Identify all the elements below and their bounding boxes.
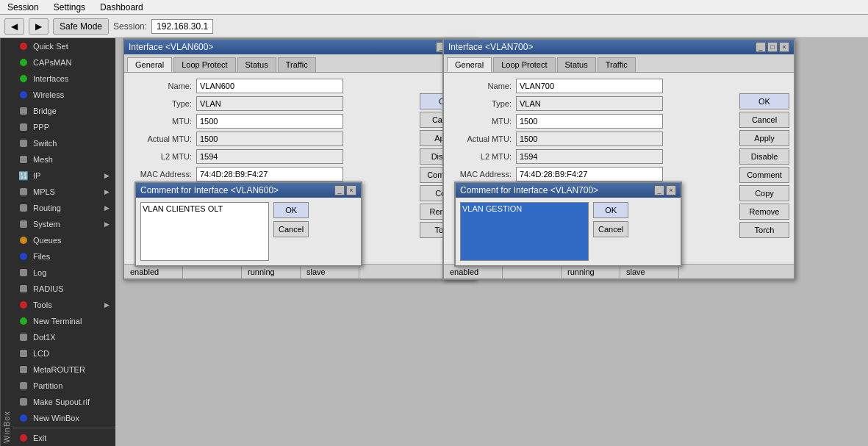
toolbar: ◀ ▶ Safe Mode Session: 192.168.30.1 [0, 15, 868, 38]
session-value: 192.168.30.1 [151, 19, 213, 34]
vlan600-type-row: Type: [130, 96, 415, 111]
sidebar-item-capsman[interactable]: CAPsMAN [12, 54, 115, 71]
sidebar-item-queues[interactable]: Queues [12, 232, 115, 248]
sidebar-item-log[interactable]: Log [12, 265, 115, 281]
sidebar-item-wireless[interactable]: Wireless [12, 87, 115, 103]
sidebar-item-mesh[interactable]: Mesh [12, 151, 115, 168]
vlan600-tab-bar: General Loop Protect Status Traffic [124, 54, 474, 73]
menu-dashboard[interactable]: Dashboard [96, 1, 148, 13]
vlan600-name-row: Name: [130, 79, 415, 93]
quick-set-icon [18, 41, 29, 51]
capsman-icon [18, 57, 29, 68]
mpls-icon [18, 187, 29, 197]
vlan700-mtu-input[interactable] [516, 114, 663, 129]
vlan700-apply-btn[interactable]: Apply [739, 130, 789, 146]
sidebar-item-radius[interactable]: RADIUS [12, 281, 115, 297]
comment600-close-btn[interactable]: × [346, 185, 356, 195]
vlan700-close-btn[interactable]: × [779, 42, 789, 52]
queues-icon [18, 235, 29, 245]
sidebar-item-lcd[interactable]: LCD [12, 345, 115, 362]
ip-icon: 🔢 [18, 170, 29, 181]
sidebar-item-quick-set[interactable]: Quick Set [12, 38, 115, 54]
vlan600-mac-input[interactable] [196, 167, 343, 181]
vlan700-torch-btn[interactable]: Torch [739, 222, 789, 238]
vlan700-actual-mtu-row: Actual MTU: [450, 132, 735, 146]
comment600-dialog: Comment for Interface <VLAN600> _ × VLAN… [134, 181, 362, 267]
sidebar-item-ip[interactable]: 🔢 IP ▶ [12, 168, 115, 184]
winbox-icon [18, 413, 29, 423]
vlan700-type-row: Type: [450, 96, 735, 111]
vlan700-mac-row: MAC Address: [450, 167, 735, 181]
comment700-title: Comment for Interface <VLAN700> [460, 185, 598, 195]
sidebar-item-mpls[interactable]: MPLS ▶ [12, 184, 115, 200]
vlan600-l2mtu-row: L2 MTU: [130, 149, 415, 164]
sidebar-item-bridge[interactable]: Bridge [12, 103, 115, 119]
winbox-label: WinBox [0, 38, 12, 446]
sidebar-item-make-supout[interactable]: Make Supout.rif [12, 394, 115, 410]
comment700-close-btn[interactable]: × [666, 185, 676, 195]
sidebar-item-system[interactable]: System ▶ [12, 216, 115, 232]
vlan700-tab-status[interactable]: Status [557, 57, 596, 72]
vlan700-name-input[interactable] [516, 79, 663, 93]
comment700-dialog: Comment for Interface <VLAN700> _ × VLAN… [454, 181, 682, 267]
vlan600-mtu-input[interactable] [196, 114, 343, 129]
comment600-cancel-btn[interactable]: Cancel [273, 221, 309, 237]
vlan700-dialog: Interface <VLAN700> _ □ × General Loop P… [442, 38, 795, 280]
sidebar-item-partition[interactable]: Partition [12, 378, 115, 394]
exit-icon [18, 433, 29, 443]
sidebar-item-exit[interactable]: Exit [12, 430, 115, 446]
vlan700-cancel-btn[interactable]: Cancel [739, 112, 789, 128]
vlan700-ok-btn[interactable]: OK [739, 93, 789, 109]
comment700-ok-btn[interactable]: OK [593, 202, 628, 218]
comment600-ok-btn[interactable]: OK [273, 202, 309, 218]
sidebar-item-routing[interactable]: Routing ▶ [12, 200, 115, 216]
vlan700-tab-general[interactable]: General [447, 57, 492, 72]
sidebar-item-dot1x[interactable]: Dot1X [12, 329, 115, 345]
comment700-textarea[interactable]: VLAN GESTION [460, 202, 589, 261]
tools-icon [18, 300, 29, 310]
vlan700-remove-btn[interactable]: Remove [739, 204, 789, 220]
comment700-cancel-btn[interactable]: Cancel [593, 221, 628, 237]
comment700-minimize-btn[interactable]: _ [654, 185, 664, 195]
sidebar-item-switch[interactable]: Switch [12, 135, 115, 151]
vlan700-btn-panel: OK Cancel Apply Disable Comment Copy Rem… [739, 93, 789, 238]
vlan700-tab-bar: General Loop Protect Status Traffic [444, 54, 794, 73]
vlan600-tab-loop-protect[interactable]: Loop Protect [173, 57, 235, 72]
vlan700-copy-btn[interactable]: Copy [739, 185, 789, 201]
vlan700-tab-traffic[interactable]: Traffic [598, 57, 636, 72]
vlan700-l2mtu-input [516, 149, 663, 164]
vlan700-actual-mtu-input [516, 132, 663, 146]
vlan600-tab-general[interactable]: General [127, 57, 172, 72]
vlan700-minimize-btn[interactable]: _ [756, 42, 766, 52]
sidebar-item-new-terminal[interactable]: New Terminal [12, 313, 115, 329]
sidebar-item-interfaces[interactable]: Interfaces [12, 71, 115, 87]
sidebar-item-new-winbox[interactable]: New WinBox [12, 410, 115, 426]
vlan600-tab-traffic[interactable]: Traffic [278, 57, 316, 72]
vlan600-name-input[interactable] [196, 79, 343, 93]
sidebar-item-metarouter[interactable]: MetaROUTER [12, 362, 115, 378]
safe-mode-button[interactable]: Safe Mode [53, 18, 109, 35]
comment600-textarea[interactable]: VLAN CLIENTES OLT [140, 202, 269, 261]
switch-icon [18, 138, 29, 148]
menu-settings[interactable]: Settings [49, 1, 90, 13]
menu-session[interactable]: Session [3, 1, 43, 13]
vlan600-tab-status[interactable]: Status [237, 57, 276, 72]
sidebar-item-files[interactable]: Files [12, 248, 115, 265]
vlan600-l2mtu-input [196, 149, 343, 164]
radius-icon [18, 284, 29, 294]
mesh-icon [18, 154, 29, 165]
vlan700-disable-btn[interactable]: Disable [739, 148, 789, 165]
sidebar-item-tools[interactable]: Tools ▶ [12, 297, 115, 313]
comment600-minimize-btn[interactable]: _ [334, 185, 345, 195]
vlan600-titlebar: Interface <VLAN600> _ □ × [124, 40, 474, 54]
vlan700-type-input [516, 96, 663, 111]
sidebar-item-ppp[interactable]: PPP [12, 119, 115, 135]
comment600-btns: OK Cancel [273, 202, 309, 261]
back-button[interactable]: ◀ [4, 18, 24, 35]
vlan700-mac-input[interactable] [516, 167, 663, 181]
vlan700-maximize-btn[interactable]: □ [767, 42, 778, 52]
vlan700-comment-btn[interactable]: Comment [739, 167, 789, 183]
vlan700-tab-loop-protect[interactable]: Loop Protect [493, 57, 555, 72]
forward-button[interactable]: ▶ [29, 18, 49, 35]
comment700-content: VLAN GESTION OK Cancel [456, 198, 681, 265]
